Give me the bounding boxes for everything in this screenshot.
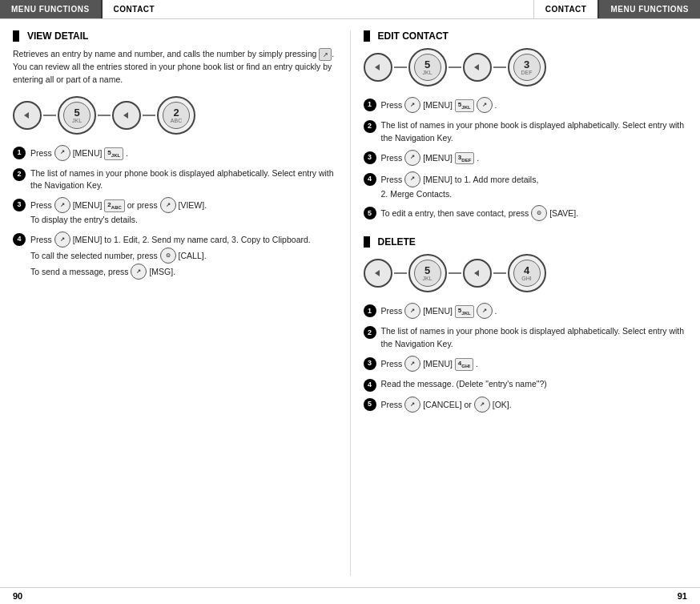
header-right: CONTACT MENU FUNCTIONS <box>350 0 700 18</box>
edit-contact-title: EDIT CONTACT <box>364 30 688 42</box>
diagram-arrow-btn-d2 <box>463 259 492 288</box>
call-btn-inline: ⊙ <box>160 248 176 264</box>
page-header: MENU FUNCTIONS CONTACT CONTACT MENU FUNC… <box>0 0 700 19</box>
press-btn-inline-3b: ↗ <box>160 197 176 213</box>
diagram-btn-e-5jkl: 5 JKL <box>408 48 447 87</box>
press-btn-inline-3a: ↗ <box>54 197 70 213</box>
save-btn-inline: ⊙ <box>531 205 547 221</box>
delete-steps: 1 Press ↗ [MENU] 5JKL ↗ . 2 The list of … <box>364 304 688 413</box>
cancel-btn-inline: ↗ <box>404 397 420 413</box>
header-contact-tab-left: CONTACT <box>103 0 167 18</box>
view-detail-diagram: 5 JKL 2 ABC <box>13 96 337 135</box>
edit-step-2: 2 The list of names in your phone book i… <box>364 119 688 145</box>
header-menu-tab-left: MENU FUNCTIONS <box>0 0 103 18</box>
press-nav-icon: ↗ <box>319 48 332 61</box>
connector-d3 <box>493 272 506 274</box>
press-btn-d1: ↗ <box>404 303 420 319</box>
header-left: MENU FUNCTIONS CONTACT <box>0 0 350 18</box>
msg-btn-inline: ↗ <box>131 264 147 280</box>
edit-step-5: 5 To edit a entry, then save contact, pr… <box>364 206 688 222</box>
title-bar-icon-3 <box>364 236 370 248</box>
press-btn-e1: ↗ <box>404 97 420 113</box>
diagram-arrow-btn-2 <box>112 101 141 130</box>
step-2: 2 The list of names in your phone book i… <box>13 167 337 193</box>
edit-step-3: 3 Press ↗ [MENU] 3DEF . <box>364 151 688 167</box>
header-menu-tab-right: MENU FUNCTIONS <box>597 0 700 18</box>
connector-2 <box>98 115 111 116</box>
del-step-4: 4 Read the message. (Delete "entry's nam… <box>364 378 688 392</box>
edit-contact-steps: 1 Press ↗ [MENU] 5JKL ↗ . 2 The list of … <box>364 98 688 222</box>
edit-step-4: 4 Press ↗ [MENU] to 1. Add more details,… <box>364 172 688 201</box>
connector-e1 <box>394 66 407 68</box>
connector-1 <box>43 115 56 116</box>
connector-e2 <box>449 66 461 68</box>
press-btn-inline-4a: ↗ <box>54 232 70 248</box>
press-btn-e3: ↗ <box>404 150 420 166</box>
view-detail-steps: 1 Press ↗ [MENU] 5JKL . 2 The list of na… <box>13 146 337 280</box>
page-number-left: 90 <box>13 591 22 601</box>
delete-diagram: 5 JKL 4 GHI <box>364 254 688 292</box>
connector-d2 <box>449 272 461 274</box>
view-detail-title: VIEW DETAIL <box>13 30 337 42</box>
press-btn-e1b: ↗ <box>477 97 493 113</box>
connector-d1 <box>394 272 407 274</box>
edit-step-1: 1 Press ↗ [MENU] 5JKL ↗ . <box>364 98 688 114</box>
step-4: 4 Press ↗ [MENU] to 1. Edit, 2. Send my … <box>13 232 337 280</box>
press-btn-d1b: ↗ <box>477 303 493 319</box>
diagram-arrow-btn-e2 <box>463 53 492 82</box>
left-panel: VIEW DETAIL Retrieves an entry by name a… <box>13 30 351 576</box>
edit-contact-diagram: 5 JKL 3 DEF <box>364 48 688 87</box>
press-btn-d3: ↗ <box>404 356 420 372</box>
press-btn-inline: ↗ <box>54 145 70 161</box>
right-panel: EDIT CONTACT 5 JKL 3 DEF <box>351 30 688 576</box>
diagram-arrow-btn-1 <box>13 101 42 130</box>
step-3: 3 Press ↗ [MENU] 2ABC or press ↗ [VIEW].… <box>13 198 337 227</box>
diagram-btn-5jkl: 5 JKL <box>58 96 96 135</box>
page-footer: 90 91 <box>0 587 700 604</box>
title-bar-icon <box>13 30 19 42</box>
delete-section: DELETE 5 JKL <box>364 236 688 413</box>
del-step-5: 5 Press ↗ [CANCEL] or ↗ [OK]. <box>364 397 688 413</box>
diagram-arrow-btn-d1 <box>364 259 392 288</box>
step-1: 1 Press ↗ [MENU] 5JKL . <box>13 146 337 162</box>
page-number-right: 91 <box>678 591 687 601</box>
ok-btn-inline: ↗ <box>474 397 490 413</box>
diagram-btn-3def: 3 DEF <box>508 48 546 87</box>
view-detail-intro: Retrieves an entry by name and number, a… <box>13 48 337 87</box>
main-content: VIEW DETAIL Retrieves an entry by name a… <box>0 19 700 587</box>
connector-3 <box>143 115 155 116</box>
diagram-arrow-btn-e1 <box>364 53 392 82</box>
del-step-1: 1 Press ↗ [MENU] 5JKL ↗ . <box>364 304 688 320</box>
connector-e3 <box>493 66 506 68</box>
title-bar-icon-2 <box>364 30 370 42</box>
diagram-btn-d-5jkl: 5 JKL <box>408 254 447 292</box>
header-contact-tab-right: CONTACT <box>533 0 598 18</box>
del-step-2: 2 The list of names in your phone book i… <box>364 325 688 351</box>
diagram-btn-2abc: 2 ABC <box>157 96 195 135</box>
delete-title: DELETE <box>364 236 688 248</box>
del-step-3: 3 Press ↗ [MENU] 4GHI . <box>364 356 688 372</box>
press-btn-e4: ↗ <box>404 171 420 187</box>
diagram-btn-4ghi: 4 GHI <box>508 254 546 292</box>
